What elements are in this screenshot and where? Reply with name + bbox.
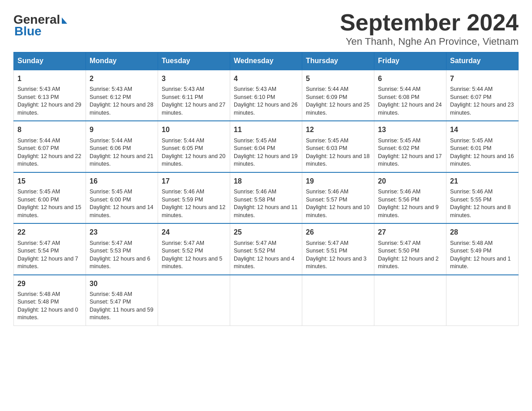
day-info: Sunrise: 5:47 AMSunset: 5:53 PMDaylight:… xyxy=(90,240,154,271)
calendar-cell: 17Sunrise: 5:46 AMSunset: 5:59 PMDayligh… xyxy=(158,172,230,223)
day-info: Sunrise: 5:48 AMSunset: 5:49 PMDaylight:… xyxy=(450,240,515,271)
day-number: 9 xyxy=(90,125,154,135)
calendar-cell: 21Sunrise: 5:46 AMSunset: 5:55 PMDayligh… xyxy=(446,172,519,223)
week-row-5: 29Sunrise: 5:48 AMSunset: 5:48 PMDayligh… xyxy=(14,275,519,326)
calendar-cell: 4Sunrise: 5:43 AMSunset: 6:10 PMDaylight… xyxy=(230,70,302,121)
day-info: Sunrise: 5:48 AMSunset: 5:48 PMDaylight:… xyxy=(17,291,82,322)
calendar-cell: 22Sunrise: 5:47 AMSunset: 5:54 PMDayligh… xyxy=(14,223,86,274)
calendar-cell: 20Sunrise: 5:46 AMSunset: 5:56 PMDayligh… xyxy=(374,172,446,223)
calendar-cell: 29Sunrise: 5:48 AMSunset: 5:48 PMDayligh… xyxy=(14,275,86,326)
day-number: 7 xyxy=(450,74,515,84)
calendar-cell: 8Sunrise: 5:44 AMSunset: 6:07 PMDaylight… xyxy=(14,121,86,172)
calendar-cell: 30Sunrise: 5:48 AMSunset: 5:47 PMDayligh… xyxy=(86,275,158,326)
day-info: Sunrise: 5:43 AMSunset: 6:10 PMDaylight:… xyxy=(234,86,298,117)
day-info: Sunrise: 5:45 AMSunset: 6:04 PMDaylight:… xyxy=(234,137,298,168)
day-info: Sunrise: 5:43 AMSunset: 6:11 PMDaylight:… xyxy=(162,86,226,117)
day-info: Sunrise: 5:47 AMSunset: 5:52 PMDaylight:… xyxy=(162,240,226,271)
calendar-header-row: SundayMondayTuesdayWednesdayThursdayFrid… xyxy=(14,52,519,70)
day-info: Sunrise: 5:44 AMSunset: 6:07 PMDaylight:… xyxy=(17,137,82,168)
header: General Blue September 2024 Yen Thanh, N… xyxy=(13,9,519,47)
day-number: 15 xyxy=(17,176,82,186)
calendar-cell: 11Sunrise: 5:45 AMSunset: 6:04 PMDayligh… xyxy=(230,121,302,172)
day-info: Sunrise: 5:48 AMSunset: 5:47 PMDaylight:… xyxy=(90,291,154,322)
day-number: 1 xyxy=(17,74,82,84)
calendar-cell xyxy=(230,275,302,326)
day-number: 2 xyxy=(90,74,154,84)
day-number: 13 xyxy=(378,125,442,135)
calendar-cell: 15Sunrise: 5:45 AMSunset: 6:00 PMDayligh… xyxy=(14,172,86,223)
day-number: 20 xyxy=(378,176,442,186)
day-info: Sunrise: 5:47 AMSunset: 5:50 PMDaylight:… xyxy=(378,240,442,271)
calendar-cell xyxy=(302,275,374,326)
week-row-4: 22Sunrise: 5:47 AMSunset: 5:54 PMDayligh… xyxy=(14,223,519,274)
day-info: Sunrise: 5:47 AMSunset: 5:54 PMDaylight:… xyxy=(17,240,82,271)
calendar-cell: 27Sunrise: 5:47 AMSunset: 5:50 PMDayligh… xyxy=(374,223,446,274)
day-number: 22 xyxy=(17,227,82,237)
day-header-tuesday: Tuesday xyxy=(158,52,230,70)
title-area: September 2024 Yen Thanh, Nghe An Provin… xyxy=(340,9,519,47)
day-number: 29 xyxy=(17,279,82,289)
calendar-cell: 3Sunrise: 5:43 AMSunset: 6:11 PMDaylight… xyxy=(158,70,230,121)
day-number: 30 xyxy=(90,279,154,289)
calendar-cell: 13Sunrise: 5:45 AMSunset: 6:02 PMDayligh… xyxy=(374,121,446,172)
week-row-3: 15Sunrise: 5:45 AMSunset: 6:00 PMDayligh… xyxy=(14,172,519,223)
calendar-cell: 23Sunrise: 5:47 AMSunset: 5:53 PMDayligh… xyxy=(86,223,158,274)
day-number: 27 xyxy=(378,227,442,237)
day-header-friday: Friday xyxy=(374,52,446,70)
calendar-cell: 1Sunrise: 5:43 AMSunset: 6:13 PMDaylight… xyxy=(14,70,86,121)
calendar-cell: 26Sunrise: 5:47 AMSunset: 5:51 PMDayligh… xyxy=(302,223,374,274)
day-number: 16 xyxy=(90,176,154,186)
day-number: 12 xyxy=(306,125,370,135)
day-info: Sunrise: 5:45 AMSunset: 6:03 PMDaylight:… xyxy=(306,137,370,168)
logo: General Blue xyxy=(13,13,67,39)
day-number: 10 xyxy=(162,125,226,135)
calendar-cell: 14Sunrise: 5:45 AMSunset: 6:01 PMDayligh… xyxy=(446,121,519,172)
day-header-monday: Monday xyxy=(86,52,158,70)
day-number: 28 xyxy=(450,227,515,237)
day-number: 18 xyxy=(234,176,298,186)
day-number: 19 xyxy=(306,176,370,186)
day-info: Sunrise: 5:47 AMSunset: 5:51 PMDaylight:… xyxy=(306,240,370,271)
day-number: 11 xyxy=(234,125,298,135)
calendar-cell: 18Sunrise: 5:46 AMSunset: 5:58 PMDayligh… xyxy=(230,172,302,223)
day-info: Sunrise: 5:44 AMSunset: 6:09 PMDaylight:… xyxy=(306,86,370,117)
day-number: 24 xyxy=(162,227,226,237)
day-info: Sunrise: 5:44 AMSunset: 6:05 PMDaylight:… xyxy=(162,137,226,168)
day-header-wednesday: Wednesday xyxy=(230,52,302,70)
week-row-2: 8Sunrise: 5:44 AMSunset: 6:07 PMDaylight… xyxy=(14,121,519,172)
calendar-cell xyxy=(446,275,519,326)
day-number: 4 xyxy=(234,74,298,84)
day-header-saturday: Saturday xyxy=(446,52,519,70)
calendar-cell: 6Sunrise: 5:44 AMSunset: 6:08 PMDaylight… xyxy=(374,70,446,121)
day-info: Sunrise: 5:44 AMSunset: 6:08 PMDaylight:… xyxy=(378,86,442,117)
day-info: Sunrise: 5:43 AMSunset: 6:13 PMDaylight:… xyxy=(17,86,82,117)
calendar-cell: 9Sunrise: 5:44 AMSunset: 6:06 PMDaylight… xyxy=(86,121,158,172)
calendar-subtitle: Yen Thanh, Nghe An Province, Vietnam xyxy=(340,36,519,47)
day-info: Sunrise: 5:46 AMSunset: 5:57 PMDaylight:… xyxy=(306,188,370,219)
calendar-cell: 10Sunrise: 5:44 AMSunset: 6:05 PMDayligh… xyxy=(158,121,230,172)
day-number: 21 xyxy=(450,176,515,186)
day-info: Sunrise: 5:45 AMSunset: 6:02 PMDaylight:… xyxy=(378,137,442,168)
calendar-cell: 24Sunrise: 5:47 AMSunset: 5:52 PMDayligh… xyxy=(158,223,230,274)
week-row-1: 1Sunrise: 5:43 AMSunset: 6:13 PMDaylight… xyxy=(14,70,519,121)
day-number: 17 xyxy=(162,176,226,186)
calendar-title: September 2024 xyxy=(340,9,519,36)
day-header-thursday: Thursday xyxy=(302,52,374,70)
day-number: 5 xyxy=(306,74,370,84)
calendar-cell xyxy=(374,275,446,326)
day-info: Sunrise: 5:46 AMSunset: 5:55 PMDaylight:… xyxy=(450,188,515,219)
day-info: Sunrise: 5:44 AMSunset: 6:06 PMDaylight:… xyxy=(90,137,154,168)
logo-arrow-icon xyxy=(62,17,67,24)
day-number: 25 xyxy=(234,227,298,237)
day-number: 23 xyxy=(90,227,154,237)
day-info: Sunrise: 5:46 AMSunset: 5:58 PMDaylight:… xyxy=(234,188,298,219)
calendar-cell: 16Sunrise: 5:45 AMSunset: 6:00 PMDayligh… xyxy=(86,172,158,223)
calendar-cell: 2Sunrise: 5:43 AMSunset: 6:12 PMDaylight… xyxy=(86,70,158,121)
day-info: Sunrise: 5:47 AMSunset: 5:52 PMDaylight:… xyxy=(234,240,298,271)
day-info: Sunrise: 5:46 AMSunset: 5:56 PMDaylight:… xyxy=(378,188,442,219)
calendar-cell: 5Sunrise: 5:44 AMSunset: 6:09 PMDaylight… xyxy=(302,70,374,121)
day-number: 6 xyxy=(378,74,442,84)
day-info: Sunrise: 5:45 AMSunset: 6:00 PMDaylight:… xyxy=(17,188,82,219)
calendar-cell xyxy=(158,275,230,326)
day-info: Sunrise: 5:44 AMSunset: 6:07 PMDaylight:… xyxy=(450,86,515,117)
